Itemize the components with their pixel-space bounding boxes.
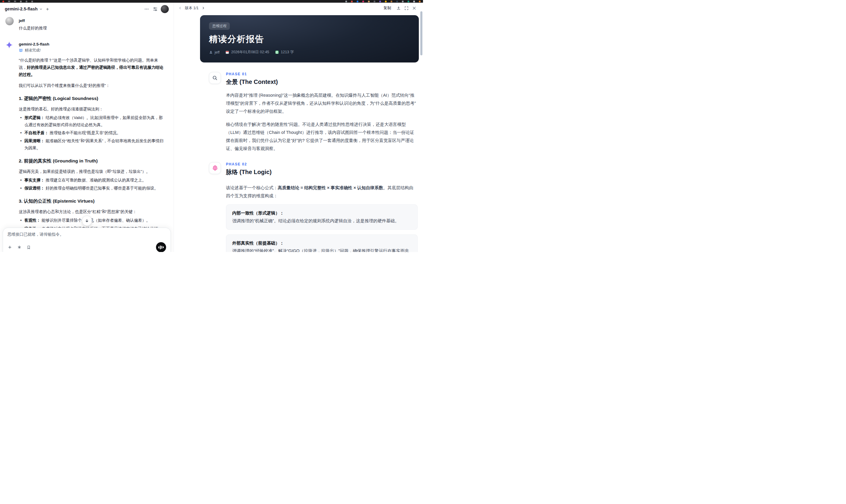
browser-extension-icon[interactable] [396, 1, 398, 2]
list-item: 形式逻辑： 结构必须有效（Valid）。比如演绎推理中，如果前提全部为真，那么通… [19, 114, 165, 128]
dimension-card: 外部真实性（前提基础）： 强调推理的“经验校准”。解决“GIGO（垃圾进，垃圾出… [226, 234, 418, 252]
prev-version-button[interactable] [177, 5, 183, 11]
next-version-button[interactable] [201, 5, 206, 11]
browser-extension-icon[interactable] [374, 1, 375, 2]
browser-extension-icon[interactable] [20, 1, 22, 2]
chat-panel: gemini-2.5-flash + jeff [0, 3, 174, 252]
card-title: 内部一致性（形式逻辑）： [232, 209, 411, 217]
waveform-icon [158, 246, 159, 248]
report-author: jeff [209, 50, 219, 54]
section-lead: 逻辑再完美，如果前提是错误的，推理也是垃圾（即“垃圾进，垃圾出”）。 [19, 168, 165, 175]
browser-extension-icon[interactable] [368, 1, 370, 2]
save-note-button[interactable] [27, 245, 31, 250]
phase-body: PHASE 02 脉络 (The Logic) 该论述基于一个核心公式：高质量结… [226, 162, 419, 252]
user-name: jeff [19, 17, 165, 23]
list-item-term: 事实支撑： [24, 178, 45, 182]
report-header-card: 思维过程 精读分析报告 jeff 2026年01月08日 02:45 [200, 15, 419, 62]
browser-extension-icon[interactable] [2, 1, 4, 2]
browser-extension-icon[interactable] [419, 1, 421, 2]
browser-extension-icon[interactable] [357, 1, 358, 2]
browser-extension-icon[interactable] [379, 1, 381, 2]
report-date: 2026年01月08日 02:45 [225, 50, 269, 55]
voice-input-button[interactable] [156, 242, 166, 252]
browser-extension-icon[interactable] [391, 1, 392, 2]
chat-header: gemini-2.5-flash + [0, 3, 174, 15]
artifact-document[interactable]: 思维过程 精读分析报告 jeff 2026年01月08日 02:45 [174, 13, 423, 252]
attach-button[interactable] [7, 245, 12, 250]
browser-extension-icon[interactable] [402, 1, 404, 2]
person-icon [209, 50, 213, 54]
browser-menu-icon[interactable] [8, 1, 10, 2]
user-message-text: 什么是好的推理 [19, 25, 165, 32]
artifact-toolbar: 版本 1/1 复制 [174, 3, 423, 13]
section-list: 事实支撑： 推理建立在可靠的数据、准确的观测或公认的真理之上。 假设透明： 好的… [19, 177, 165, 192]
phase-section-context: PHASE 01 全景 (The Context) 本内容是对“推理 (Reas… [200, 72, 419, 152]
phase-icon-column [200, 72, 226, 152]
list-item-term: 因果清晰： [24, 139, 45, 143]
scrollbar-thumb[interactable] [420, 11, 422, 55]
user-avatar [5, 17, 14, 25]
phase-label: PHASE 01 [226, 72, 418, 76]
report-date-text: 2026年01月08日 02:45 [231, 50, 269, 55]
chevron-down-icon [39, 7, 43, 11]
browser-extension-icon[interactable] [25, 1, 28, 2]
browser-extension-icon[interactable] [407, 1, 409, 2]
report-word-count: 1213 字 [275, 50, 294, 55]
browser-extension-icon[interactable] [31, 1, 33, 2]
gemini-star-icon [5, 41, 13, 49]
browser-menu-icon[interactable] [14, 1, 16, 2]
browser-extension-icon[interactable] [362, 1, 364, 2]
phase-label: PHASE 02 [226, 162, 418, 166]
bookmark-icon [27, 245, 31, 250]
formula-bold: 高质量结论 = 结构完整性 × 事实准确性 × 认知自律系数 [278, 185, 383, 190]
overview-paragraph: 我们可以从以下四个维度来衡量什么是“好的推理”： [19, 82, 165, 89]
section-lead: 这是推理的基石。好的推理必须遵循逻辑法则： [19, 106, 165, 113]
formula-paragraph: 该论述基于一个核心公式：高质量结论 = 结构完整性 × 事实准确性 × 认知自律… [226, 184, 418, 200]
phase-body: PHASE 01 全景 (The Context) 本内容是对“推理 (Reas… [226, 72, 419, 152]
tools-button[interactable] [17, 245, 22, 250]
message-input[interactable]: 思维接口已就绪，请传输指令。 [7, 232, 166, 237]
artifact-panel: 版本 1/1 复制 思维过程 [174, 3, 423, 252]
magnifier-icon [209, 72, 221, 84]
copy-button[interactable]: 复制 [383, 5, 391, 11]
card-body: 强调推理的“经验校准”。解决“GIGO（垃圾进，垃圾出）”问题，确保推理引擎运行… [232, 247, 411, 252]
settings-button[interactable] [152, 6, 158, 12]
close-button[interactable] [411, 5, 417, 11]
download-button[interactable] [395, 5, 402, 11]
browser-toolbar [0, 0, 423, 3]
report-word-count-text: 1213 字 [281, 50, 294, 55]
browser-extension-icon[interactable] [345, 1, 347, 2]
browser-extension-icon[interactable] [385, 1, 387, 2]
user-message-main: jeff 什么是好的推理 [19, 17, 165, 32]
profile-avatar[interactable] [161, 5, 169, 13]
download-icon [396, 6, 401, 11]
more-options-button[interactable] [143, 6, 150, 12]
browser-extension-icon[interactable] [351, 1, 353, 2]
chevron-right-icon [201, 6, 206, 10]
list-item-term: 不自相矛盾： [24, 131, 49, 135]
intro-paragraph: “什么是好的推理？”这是一个涉及逻辑学、认知科学和哲学核心的问题。简单来说，好的… [19, 57, 165, 78]
close-icon [412, 6, 417, 11]
list-item: 因果清晰： 能准确区分“相关性”和“因果关系”，不会轻率地将先后发生的事情归为因… [19, 138, 165, 152]
list-item: 不自相矛盾： 推理链条中不能出现“既是又非”的情况。 [19, 129, 165, 137]
waveform-icon [161, 246, 162, 249]
section-list: 形式逻辑： 结构必须有效（Valid）。比如演绎推理中，如果前提全部为真，那么通… [19, 114, 165, 152]
model-selector[interactable]: gemini-2.5-flash [5, 6, 43, 11]
list-item-text: 能准确区分“相关性”和“因果关系”，不会轻率地将先后发生的事情归为因果。 [24, 139, 163, 150]
list-item-term: 形式逻辑： [24, 115, 45, 120]
scroll-to-bottom-button[interactable] [82, 216, 92, 226]
report-type-badge: 思维过程 [209, 22, 230, 30]
book-icon [19, 49, 23, 53]
new-chat-button[interactable]: + [45, 6, 49, 12]
fullscreen-button[interactable] [404, 5, 409, 11]
calendar-icon [225, 50, 229, 54]
browser-extension-icon[interactable] [413, 1, 415, 2]
model-name: gemini-2.5-flash [5, 6, 37, 11]
phase-paragraph: 核心情境在于解决“思考的随意性”问题。不论是人类通过批判性思维进行决策，还是大语… [226, 121, 418, 152]
section-heading: 3. 认知的公正性 (Epistemic Virtues) [19, 198, 165, 204]
list-item: 事实支撑： 推理建立在可靠的数据、准确的观测或公认的真理之上。 [19, 177, 165, 184]
list-item-text: 推理链条中不能出现“既是又非”的情况。 [49, 131, 121, 135]
report-meta: jeff 2026年01月08日 02:45 1213 字 [209, 50, 410, 55]
list-item-text: 好的推理会明确指明哪些是已知事实，哪些是基于可能的假设。 [45, 186, 158, 191]
report-title: 精读分析报告 [209, 33, 410, 45]
